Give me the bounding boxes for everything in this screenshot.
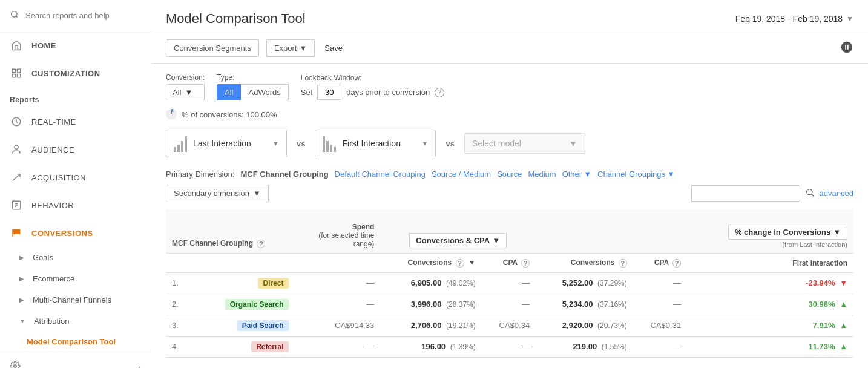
first-conv-pct: (20.73%) — [597, 321, 627, 330]
type-all-button[interactable]: All — [217, 84, 241, 100]
spend-cell: — — [295, 294, 381, 315]
export-button[interactable]: Export ▼ — [266, 39, 315, 57]
arrow-icon: ▶ — [19, 254, 24, 261]
sidebar-sub-multichannel-label: Multi-Channel Funnels — [33, 295, 111, 304]
dim-link-source[interactable]: Source — [497, 169, 522, 179]
sidebar-sub-goals[interactable]: ▶ Goals — [0, 247, 151, 268]
channel-groupings-chevron-icon: ▼ — [667, 169, 675, 179]
sidebar-item-acquisition-label: ACQUISITION — [31, 173, 86, 182]
first-conv-help-icon[interactable]: ? — [619, 259, 627, 268]
sidebar-item-home-label: HOME — [31, 41, 56, 50]
last-interaction-icon — [174, 135, 187, 152]
sidebar-sub-ecommerce[interactable]: ▶ Ecommerce — [0, 268, 151, 289]
pct-change-cell: 7.91% ▲ — [687, 315, 853, 336]
sidebar-item-home[interactable]: HOME — [0, 31, 151, 59]
last-conv-help-icon[interactable]: ? — [456, 259, 464, 268]
secondary-dim-label: Secondary dimension — [174, 189, 249, 198]
advanced-link[interactable]: advanced — [820, 189, 853, 198]
first-interaction-header-label: First Interaction — [792, 259, 847, 268]
sidebar-item-behavior[interactable]: BEHAVIOR — [0, 191, 151, 219]
conversion-control: Conversion: All ▼ — [166, 73, 205, 100]
search-submit-icon[interactable] — [805, 188, 815, 199]
table-row: 4. Referral — 196.00 (1.39%) — 219.00 (1… — [166, 336, 853, 357]
last-cpa-cell: — — [482, 272, 536, 294]
first-conv-pct: (37.16%) — [597, 300, 627, 309]
sidebar-model-comparison-tool[interactable]: Model Comparison Tool — [0, 332, 151, 352]
model2-select[interactable]: First Interaction ▼ — [315, 130, 436, 157]
sidebar-item-realtime[interactable]: REAL-TIME — [0, 108, 151, 136]
first-conv-pct: (1.55%) — [602, 343, 627, 351]
sidebar-item-audience[interactable]: AUDIENCE — [0, 136, 151, 163]
model1-select[interactable]: Last Interaction ▼ — [166, 130, 287, 157]
first-conv-value: 2,920.00 — [562, 321, 593, 330]
conversion-dropdown[interactable]: All ▼ — [166, 84, 205, 100]
gear-icon[interactable] — [10, 361, 21, 368]
dim-link-default-channel[interactable]: Default Channel Grouping — [335, 169, 426, 179]
sidebar-item-conversions[interactable]: CONVERSIONS — [0, 219, 151, 247]
sidebar-sub-multichannel[interactable]: ▶ Multi-Channel Funnels — [0, 289, 151, 310]
secondary-dim-button[interactable]: Secondary dimension ▼ — [166, 185, 269, 202]
first-cpa-cell: — — [633, 294, 687, 315]
last-cpa-label: CPA — [503, 258, 518, 267]
pct-change-cell: 30.98% ▲ — [687, 294, 853, 315]
help-icon[interactable]: ? — [435, 88, 444, 97]
pct-change-dropdown[interactable]: % change in Conversions ▼ — [728, 225, 847, 240]
last-conv-cell: 6,905.00 (49.02%) — [380, 272, 481, 294]
dim-link-other[interactable]: Other ▼ — [562, 169, 591, 179]
sidebar-item-customization[interactable]: CUSTOMIZATION — [0, 59, 151, 87]
search-box-row: advanced — [691, 185, 853, 202]
lookback-input[interactable] — [317, 85, 341, 100]
model3-placeholder: Select model — [472, 139, 521, 148]
model3-select[interactable]: Select model ▼ — [464, 133, 585, 154]
dim-link-source-medium[interactable]: Source / Medium — [432, 169, 491, 179]
collapse-icon[interactable]: ‹ — [138, 363, 141, 369]
svg-rect-2 — [12, 69, 15, 72]
first-cpa-help-icon[interactable]: ? — [672, 259, 681, 268]
last-conv-label: Conversions — [407, 258, 452, 267]
flag-icon — [10, 228, 23, 238]
save-button[interactable]: Save — [322, 40, 345, 56]
arrow-icon: ▶ — [19, 275, 24, 282]
pct-change-value: 11.73% — [808, 342, 835, 351]
last-cpa-help-icon[interactable]: ? — [521, 259, 530, 268]
sidebar-item-acquisition[interactable]: ACQUISITION — [0, 163, 151, 191]
grid-icon — [10, 68, 23, 79]
dim-link-channel-groupings[interactable]: Channel Groupings ▼ — [597, 169, 675, 179]
page-title: Model Comparison Tool — [166, 11, 306, 27]
change-arrow-icon: ▲ — [840, 300, 847, 309]
svg-point-14 — [806, 189, 812, 195]
sidebar-sub-ecommerce-label: Ecommerce — [33, 274, 74, 283]
sidebar-sub-attribution[interactable]: ▼ Attribution — [0, 310, 151, 332]
sidebar-sub-goals-label: Goals — [33, 253, 53, 262]
lookback-row: Set days prior to conversion ? — [301, 85, 445, 100]
channel-help-icon[interactable]: ? — [257, 240, 265, 248]
export-label: Export — [274, 44, 297, 53]
conversions-cpa-chevron-icon: ▼ — [492, 236, 500, 245]
type-adwords-button[interactable]: AdWords — [241, 84, 288, 100]
pct-change-chevron-icon: ▼ — [833, 228, 841, 237]
channel-cell: Paid Search — [185, 315, 295, 336]
primary-dim-label: Primary Dimension: — [166, 169, 234, 179]
pct-change-value: 7.91% — [813, 321, 835, 330]
last-conv-pct: (49.02%) — [446, 279, 476, 288]
model-comparison-row: Last Interaction ▼ vs First Interaction … — [166, 130, 853, 157]
table-search-input[interactable] — [691, 185, 800, 202]
model2-name: First Interaction — [342, 139, 415, 148]
channel-badge: Direct — [258, 278, 288, 289]
lookback-control: Lookback Window: Set days prior to conve… — [301, 74, 445, 100]
conversion-segments-button[interactable]: Conversion Segments — [166, 39, 259, 57]
dim-link-medium[interactable]: Medium — [528, 169, 556, 179]
sidebar-search[interactable]: Search reports and help — [0, 0, 151, 31]
spend-label: Spend(for selected timerange) — [318, 223, 374, 248]
model2-chevron-icon: ▼ — [422, 140, 429, 147]
toolbar: Conversion Segments Export ▼ Save — [151, 33, 868, 64]
last-conv-value: 3,996.00 — [411, 300, 442, 309]
col-channel-header: MCF Channel Grouping ? — [166, 209, 295, 254]
spend-cell: — — [295, 336, 381, 357]
secondary-dim-row: Secondary dimension ▼ advanced — [166, 185, 853, 202]
model1-name: Last Interaction — [193, 139, 266, 148]
home-icon — [10, 40, 23, 51]
date-range[interactable]: Feb 19, 2018 - Feb 19, 2018 ▼ — [735, 14, 853, 24]
conversions-cpa-dropdown[interactable]: Conversions & CPA ▼ — [409, 233, 507, 248]
svg-rect-5 — [18, 74, 21, 77]
